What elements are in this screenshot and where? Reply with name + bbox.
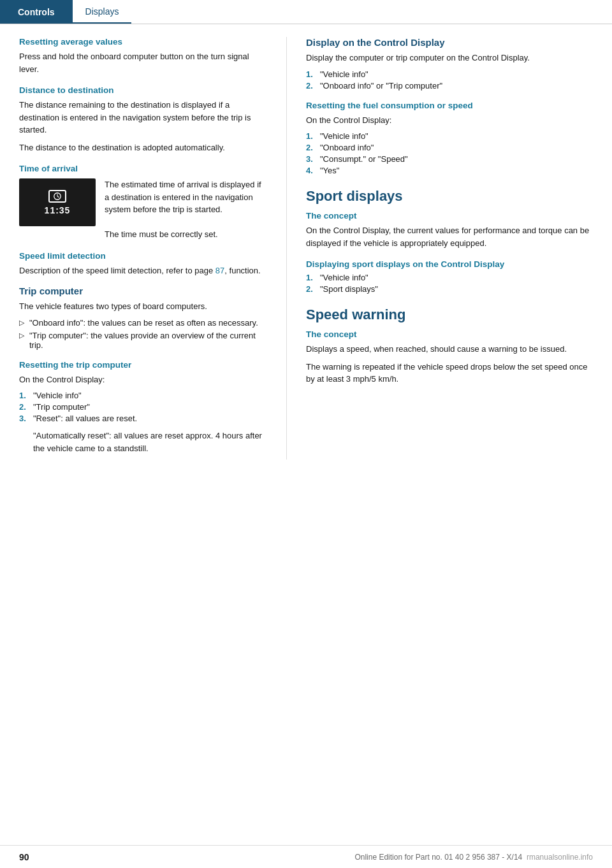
heading-resetting-trip: Resetting the trip computer: [19, 360, 267, 370]
text-trip-computer: The vehicle features two types of board …: [19, 300, 267, 313]
page-number: 90: [19, 852, 29, 862]
heading-time-of-arrival: Time of arrival: [19, 164, 267, 173]
list-item: "Onboard info" or "Trip computer": [306, 81, 593, 90]
heading-trip-computer: Trip computer: [19, 286, 267, 296]
list-item: "Trip computer": [19, 402, 267, 412]
right-column: Display on the Control Display Display t…: [287, 37, 612, 459]
heading-speed-limit: Speed limit detection: [19, 251, 267, 261]
toa-image-inner: 11:35: [45, 190, 71, 215]
main-content: Resetting average values Press and hold …: [0, 24, 612, 472]
heading-sport-display-how: Displaying sport displays on the Control…: [306, 259, 593, 269]
tab-displays-label: Displays: [85, 6, 119, 17]
list-item: "Sport displays": [306, 284, 593, 294]
tab-displays[interactable]: Displays: [73, 0, 132, 24]
list-item: "Vehicle info": [306, 273, 593, 282]
list-item: "Vehicle info": [306, 131, 593, 141]
list-item: ▷ "Onboard info": the values can be rese…: [19, 318, 267, 328]
tab-controls-label: Controls: [18, 7, 55, 17]
toa-block: 11:35 The estimated time of arrival is d…: [19, 178, 267, 241]
heading-speed-warning-concept: The concept: [306, 329, 593, 339]
section-resetting-average: Resetting average values Press and hold …: [19, 37, 267, 75]
text-speed-limit: Description of the speed limit detection…: [19, 264, 267, 277]
list-item: ▷ "Trip computer": the values provide an…: [19, 331, 267, 350]
left-column: Resetting average values Press and hold …: [0, 37, 287, 459]
text-display-control: Display the computer or trip computer on…: [306, 52, 593, 64]
footer-info: Online Edition for Part no. 01 40 2 956 …: [354, 853, 593, 862]
heading-display-control: Display on the Control Display: [306, 37, 593, 48]
heading-sport-displays: Sport displays: [306, 188, 593, 205]
trip-reset-list: "Vehicle info" "Trip computer" "Reset": …: [19, 391, 267, 423]
text-resetting-average: Press and hold the onboard computer butt…: [19, 50, 267, 75]
svg-line-2: [57, 196, 59, 198]
toa-time-display: 11:35: [45, 205, 71, 215]
page-header: Controls Displays: [0, 0, 612, 24]
text-speed-warning-2: The warning is repeated if the vehicle s…: [306, 361, 593, 386]
list-item: "Reset": all values are reset.: [19, 414, 267, 423]
text-auto-reset: "Automatically reset": all values are re…: [19, 430, 267, 454]
heading-sport-concept: The concept: [306, 211, 593, 221]
section-time-of-arrival: Time of arrival 11:35: [19, 164, 267, 241]
section-speed-limit: Speed limit detection Description of the…: [19, 251, 267, 277]
list-item: "Consumpt." or "Speed": [306, 154, 593, 164]
trip-computer-bullets: ▷ "Onboard info": the values can be rese…: [19, 318, 267, 350]
text-resetting-fuel: On the Control Display:: [306, 114, 593, 127]
list-item: "Vehicle info": [19, 391, 267, 400]
tab-controls[interactable]: Controls: [0, 0, 73, 24]
heading-resetting-fuel: Resetting the fuel consumption or speed: [306, 101, 593, 110]
clock-icon: [48, 190, 66, 203]
list-item: "Vehicle info": [306, 69, 593, 79]
text-distance-2: The distance to the destination is adopt…: [19, 141, 267, 154]
section-resetting-fuel: Resetting the fuel consumption or speed …: [306, 101, 593, 176]
heading-resetting-average: Resetting average values: [19, 37, 267, 47]
arrow-icon: ▷: [19, 319, 24, 327]
heading-distance: Distance to destination: [19, 85, 267, 95]
text-resetting-trip: On the Control Display:: [19, 373, 267, 386]
section-resetting-trip: Resetting the trip computer On the Contr…: [19, 360, 267, 455]
text-speed-warning-1: Displays a speed, when reached, should c…: [306, 343, 593, 356]
section-distance: Distance to destination The distance rem…: [19, 85, 267, 154]
section-trip-computer: Trip computer The vehicle features two t…: [19, 286, 267, 350]
list-item: "Yes": [306, 166, 593, 175]
sport-display-list: "Vehicle info" "Sport displays": [306, 273, 593, 294]
list-item: "Onboard info": [306, 143, 593, 152]
arrow-icon: ▷: [19, 331, 24, 340]
fuel-reset-list: "Vehicle info" "Onboard info" "Consumpt.…: [306, 131, 593, 175]
link-page-87[interactable]: 87: [215, 266, 224, 275]
toa-description: The estimated time of arrival is display…: [105, 178, 267, 241]
heading-speed-warning: Speed warning: [306, 307, 593, 323]
section-speed-warning: Speed warning The concept Displays a spe…: [306, 307, 593, 386]
toa-image: 11:35: [19, 178, 96, 226]
text-distance-1: The distance remaining to the destinatio…: [19, 99, 267, 136]
section-display-control: Display on the Control Display Display t…: [306, 37, 593, 90]
section-sport-displays: Sport displays The concept On the Contro…: [306, 188, 593, 294]
page-footer: 90 Online Edition for Part no. 01 40 2 9…: [0, 845, 612, 868]
text-sport-concept: On the Control Display, the current valu…: [306, 224, 593, 249]
display-control-list: "Vehicle info" "Onboard info" or "Trip c…: [306, 69, 593, 90]
